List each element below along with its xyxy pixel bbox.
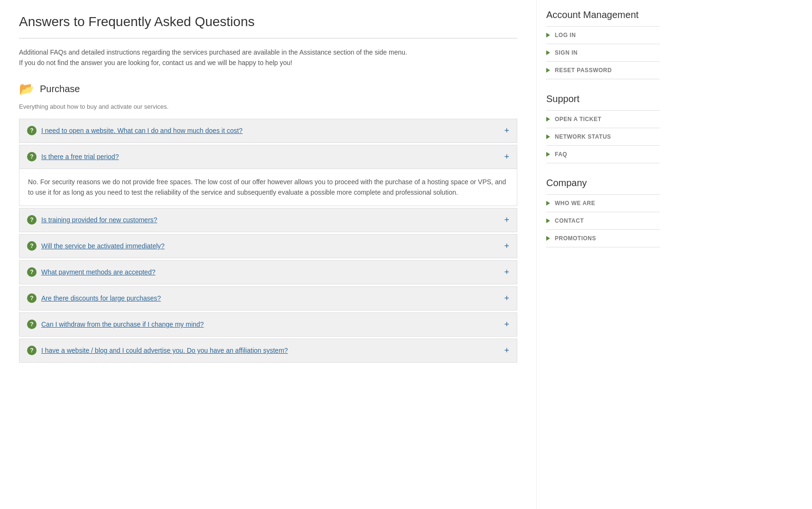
sidebar-item-label: WHO WE ARE: [555, 200, 595, 207]
faq-question-6[interactable]: ?Are there discounts for large purchases…: [19, 287, 517, 310]
sidebar-item-contact[interactable]: CONTACT: [546, 212, 660, 230]
sidebar-item-login[interactable]: LOG IN: [546, 27, 660, 44]
faq-question-text: Is training provided for new customers?: [41, 216, 157, 224]
sidebar-item-label: LOG IN: [555, 32, 576, 38]
faq-question-left: ?Will the service be activated immediate…: [27, 241, 165, 251]
sidebar-item-promotions[interactable]: PROMOTIONS: [546, 230, 660, 247]
sidebar-item-label: PROMOTIONS: [555, 235, 596, 242]
faq-question-7[interactable]: ?Can I withdraw from the purchase if I c…: [19, 313, 517, 336]
arrow-icon: [546, 201, 550, 206]
faq-question-left: ?I need to open a website. What can I do…: [27, 126, 243, 135]
sidebar-item-label: NETWORK STATUS: [555, 133, 611, 140]
support-items: OPEN A TICKET NETWORK STATUS FAQ: [546, 111, 660, 163]
faq-question-left: ?Can I withdraw from the purchase if I c…: [27, 320, 204, 329]
faq-question-1[interactable]: ?I need to open a website. What can I do…: [19, 119, 517, 142]
arrow-icon: [546, 68, 550, 73]
faq-question-left: ?Are there discounts for large purchases…: [27, 293, 161, 303]
section-title: Purchase: [40, 84, 80, 94]
arrow-icon: [546, 218, 550, 223]
faq-question-4[interactable]: ?Will the service be activated immediate…: [19, 235, 517, 258]
faq-expand-icon[interactable]: +: [504, 293, 509, 303]
sidebar-item-label: CONTACT: [555, 217, 584, 224]
account-management-items: LOG IN SIGN IN RESET PASSWORD: [546, 27, 660, 79]
company-items: WHO WE ARE CONTACT PROMOTIONS: [546, 195, 660, 247]
faq-expand-icon[interactable]: +: [504, 320, 509, 330]
sidebar-company: Company WHO WE ARE CONTACT PROMOTIONS: [546, 178, 660, 247]
intro-line2: If you do not find the answer you are lo…: [19, 57, 517, 68]
faq-expand-icon[interactable]: +: [504, 241, 509, 251]
sidebar-item-faq[interactable]: FAQ: [546, 146, 660, 163]
faq-question-text: Can I withdraw from the purchase if I ch…: [41, 320, 204, 328]
question-mark-icon: ?: [27, 346, 37, 355]
faq-expand-icon[interactable]: +: [504, 267, 509, 277]
faq-question-text: Are there discounts for large purchases?: [41, 294, 161, 302]
faq-question-3[interactable]: ?Is training provided for new customers?…: [19, 208, 517, 232]
faq-item: ?What payment methods are accepted?+: [19, 260, 517, 284]
arrow-icon: [546, 50, 550, 55]
main-content: Answers to Frequently Asked Questions Ad…: [0, 0, 536, 509]
sidebar-item-label: RESET PASSWORD: [555, 67, 612, 74]
arrow-icon: [546, 236, 550, 241]
faq-item: ?Is there a free trial period?+No. For s…: [19, 145, 517, 206]
intro-text: Additional FAQs and detailed instruction…: [19, 47, 517, 68]
faq-item: ?Can I withdraw from the purchase if I c…: [19, 312, 517, 337]
support-title: Support: [546, 94, 660, 104]
faq-item: ?I need to open a website. What can I do…: [19, 119, 517, 143]
faq-question-left: ?Is there a free trial period?: [27, 152, 119, 161]
faq-question-left: ?I have a website / blog and I could adv…: [27, 346, 288, 355]
sidebar-support: Support OPEN A TICKET NETWORK STATUS FAQ: [546, 94, 660, 163]
page-title: Answers to Frequently Asked Questions: [19, 14, 517, 29]
sidebar-item-label: FAQ: [555, 151, 567, 158]
sidebar-item-who-we-are[interactable]: WHO WE ARE: [546, 195, 660, 212]
intro-line1: Additional FAQs and detailed instruction…: [19, 47, 517, 57]
question-mark-icon: ?: [27, 267, 37, 277]
faq-question-text: I need to open a website. What can I do …: [41, 127, 243, 134]
arrow-icon: [546, 134, 550, 139]
faq-question-text: I have a website / blog and I could adve…: [41, 347, 288, 354]
faq-question-text: What payment methods are accepted?: [41, 268, 155, 276]
sidebar-item-signin[interactable]: SIGN IN: [546, 44, 660, 62]
faq-item: ?I have a website / blog and I could adv…: [19, 339, 517, 363]
faq-item: ?Is training provided for new customers?…: [19, 208, 517, 232]
account-management-title: Account Management: [546, 9, 660, 20]
faq-answer: No. For security reasons we do not provi…: [19, 169, 517, 206]
page-layout: Answers to Frequently Asked Questions Ad…: [0, 0, 812, 509]
sidebar-item-network-status[interactable]: NETWORK STATUS: [546, 128, 660, 146]
sidebar-item-label: SIGN IN: [555, 49, 578, 56]
section-description: Everything about how to buy and activate…: [19, 103, 517, 110]
arrow-icon: [546, 152, 550, 157]
folder-icon: 📂: [19, 82, 34, 96]
faq-question-text: Is there a free trial period?: [41, 153, 119, 160]
faq-question-left: ?Is training provided for new customers?: [27, 215, 157, 225]
sidebar-item-label: OPEN A TICKET: [555, 116, 601, 123]
faq-list: ?I need to open a website. What can I do…: [19, 119, 517, 365]
faq-question-8[interactable]: ?I have a website / blog and I could adv…: [19, 339, 517, 362]
faq-question-2[interactable]: ?Is there a free trial period?+: [19, 145, 517, 169]
faq-item: ?Will the service be activated immediate…: [19, 234, 517, 258]
question-mark-icon: ?: [27, 215, 37, 225]
question-mark-icon: ?: [27, 152, 37, 161]
sidebar-item-open-ticket[interactable]: OPEN A TICKET: [546, 111, 660, 128]
title-divider: [19, 38, 517, 38]
company-title: Company: [546, 178, 660, 189]
faq-expand-icon[interactable]: +: [504, 152, 509, 162]
faq-question-text: Will the service be activated immediatel…: [41, 242, 165, 250]
section-header: 📂 Purchase: [19, 82, 517, 96]
question-mark-icon: ?: [27, 293, 37, 303]
faq-expand-icon[interactable]: +: [504, 215, 509, 225]
faq-item: ?Are there discounts for large purchases…: [19, 286, 517, 311]
question-mark-icon: ?: [27, 241, 37, 251]
faq-question-left: ?What payment methods are accepted?: [27, 267, 155, 277]
arrow-icon: [546, 117, 550, 122]
faq-question-5[interactable]: ?What payment methods are accepted?+: [19, 261, 517, 284]
sidebar: Account Management LOG IN SIGN IN RESET …: [536, 0, 669, 509]
sidebar-account-management: Account Management LOG IN SIGN IN RESET …: [546, 9, 660, 79]
faq-expand-icon[interactable]: +: [504, 126, 509, 136]
faq-expand-icon[interactable]: +: [504, 346, 509, 356]
question-mark-icon: ?: [27, 320, 37, 329]
question-mark-icon: ?: [27, 126, 37, 135]
sidebar-item-reset-password[interactable]: RESET PASSWORD: [546, 62, 660, 79]
arrow-icon: [546, 33, 550, 38]
